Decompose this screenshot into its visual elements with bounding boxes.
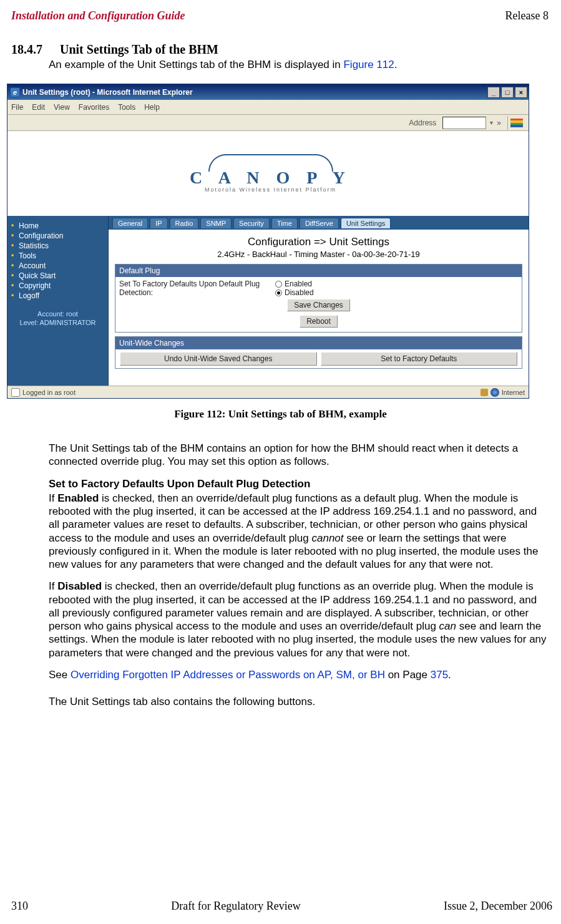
page-375-link[interactable]: 375 — [431, 669, 448, 681]
menu-help[interactable]: Help — [144, 103, 160, 112]
internet-zone-icon — [490, 388, 499, 397]
p2-cannot: cannot — [312, 532, 344, 544]
intro-pre: An example of the Unit Settings tab of t… — [49, 59, 343, 71]
save-changes-button[interactable]: Save Changes — [287, 299, 350, 311]
sub-heading: Set to Factory Defaults Upon Default Plu… — [49, 477, 549, 490]
body-p2: If Enabled is checked, then an override/… — [49, 492, 549, 571]
intro-post: . — [394, 59, 398, 71]
logo-text: C A N O P Y — [190, 168, 351, 188]
status-text: Logged in as root — [22, 389, 76, 396]
section-heading: 18.4.7Unit Settings Tab of the BHM — [11, 42, 218, 57]
status-bar: Logged in as root Internet — [7, 386, 529, 398]
address-go[interactable]: » — [497, 119, 501, 127]
reboot-button[interactable]: Reboot — [300, 315, 338, 328]
unit-wide-header: Unit-Wide Changes — [115, 337, 522, 349]
sidebar-nav: Home Configuration Statistics Tools Acco… — [7, 216, 109, 386]
intro-paragraph: An example of the Unit Settings tab of t… — [49, 59, 549, 71]
footer-center: Draft for Regulatory Review — [171, 900, 300, 913]
radio-disabled-label: Disabled — [285, 288, 314, 297]
address-bar: Address ▾ » — [7, 115, 529, 131]
close-button[interactable]: × — [515, 87, 527, 98]
internet-zone-label: Internet — [502, 389, 525, 396]
default-plug-label: Set To Factory Defaults Upon Default Plu… — [119, 280, 275, 297]
page-icon — [11, 388, 20, 397]
sidebar-item-home[interactable]: Home — [19, 221, 108, 231]
p2-enabled: Enabled — [57, 492, 99, 504]
window-titlebar: e Unit Settings (root) - Microsoft Inter… — [7, 84, 529, 100]
tab-general[interactable]: General — [112, 218, 148, 228]
menu-tools[interactable]: Tools — [118, 103, 135, 112]
body-p3: If Disabled is checked, then an override… — [49, 580, 549, 659]
tab-time[interactable]: Time — [271, 218, 298, 228]
sidebar-item-copyright[interactable]: Copyright — [19, 281, 108, 291]
canopy-logo: C A N O P Y Motorola Wireless Internet P… — [190, 154, 351, 193]
address-input[interactable] — [442, 117, 486, 129]
minimize-button[interactable]: _ — [487, 87, 500, 98]
p3-disabled: Disabled — [57, 580, 102, 592]
account-name: Account: root — [7, 309, 108, 318]
p4-c: on Page — [385, 669, 431, 681]
menu-bar: File Edit View Favorites Tools Help — [7, 100, 529, 115]
factory-defaults-button[interactable]: Set to Factory Defaults — [321, 352, 518, 366]
tab-ip[interactable]: IP — [150, 218, 167, 228]
p3-a: If — [49, 580, 57, 592]
menu-view[interactable]: View — [54, 103, 70, 112]
p4-a: See — [49, 669, 71, 681]
p2-a: If — [49, 492, 57, 504]
body-p5: The Unit Settings tab also contains the … — [49, 695, 549, 708]
panel-subtitle: 2.4GHz - BackHaul - Timing Master - 0a-0… — [115, 250, 522, 264]
doc-header-right: Release 8 — [505, 9, 549, 22]
screenshot-figure: e Unit Settings (root) - Microsoft Inter… — [7, 84, 529, 399]
radio-enabled[interactable] — [275, 281, 282, 288]
window-title: Unit Settings (root) - Microsoft Interne… — [22, 88, 193, 97]
default-plug-box: Default Plug Set To Factory Defaults Upo… — [115, 264, 522, 333]
section-title: Unit Settings Tab of the BHM — [60, 42, 218, 56]
sidebar-item-tools[interactable]: Tools — [19, 251, 108, 261]
sidebar-item-quickstart[interactable]: Quick Start — [19, 271, 108, 281]
menu-favorites[interactable]: Favorites — [79, 103, 109, 112]
p3-can: can — [439, 620, 456, 632]
sidebar-item-configuration[interactable]: Configuration — [19, 231, 108, 241]
menu-file[interactable]: File — [11, 103, 23, 112]
undo-changes-button[interactable]: Undo Unit-Wide Saved Changes — [120, 352, 317, 366]
address-label: Address — [409, 119, 436, 127]
sidebar-item-statistics[interactable]: Statistics — [19, 241, 108, 251]
doc-header-left: Installation and Configuration Guide — [11, 9, 185, 22]
config-tabs: General IP Radio SNMP Security Time Diff… — [109, 216, 529, 230]
page-number: 310 — [11, 900, 28, 913]
radio-disabled[interactable] — [275, 289, 282, 296]
sidebar-item-account[interactable]: Account — [19, 261, 108, 271]
tab-diffserve[interactable]: DiffServe — [300, 218, 339, 228]
default-plug-header: Default Plug — [115, 265, 522, 277]
p4-e: . — [448, 669, 451, 681]
ie-throbber-icon — [507, 116, 525, 130]
menu-edit[interactable]: Edit — [32, 103, 45, 112]
tab-radio[interactable]: Radio — [170, 218, 199, 228]
unit-wide-box: Unit-Wide Changes Undo Unit-Wide Saved C… — [115, 336, 522, 369]
body-p4: See Overriding Forgotten IP Addresses or… — [49, 668, 549, 681]
account-level: Level: ADMINISTRATOR — [7, 318, 108, 327]
lock-icon — [481, 389, 488, 396]
figure-link[interactable]: Figure 112 — [343, 59, 394, 71]
radio-enabled-label: Enabled — [285, 280, 312, 288]
tab-snmp[interactable]: SNMP — [200, 218, 232, 228]
footer-right: Issue 2, December 2006 — [444, 900, 552, 913]
tab-security[interactable]: Security — [233, 218, 270, 228]
body-p1: The Unit Settings tab of the BHM contain… — [49, 442, 549, 469]
section-number: 18.4.7 — [11, 42, 42, 56]
sidebar-item-logoff[interactable]: Logoff — [19, 291, 108, 301]
logo-tagline: Motorola Wireless Internet Platform — [205, 187, 336, 193]
figure-caption: Figure 112: Unit Settings tab of BHM, ex… — [0, 408, 561, 421]
address-dropdown-icon[interactable]: ▾ — [490, 119, 493, 126]
tab-unit-settings[interactable]: Unit Settings — [341, 218, 391, 228]
panel-title: Configuration => Unit Settings — [115, 235, 522, 250]
ie-icon: e — [10, 87, 20, 97]
maximize-button[interactable]: □ — [501, 87, 514, 98]
override-link[interactable]: Overriding Forgotten IP Addresses or Pas… — [71, 669, 385, 681]
